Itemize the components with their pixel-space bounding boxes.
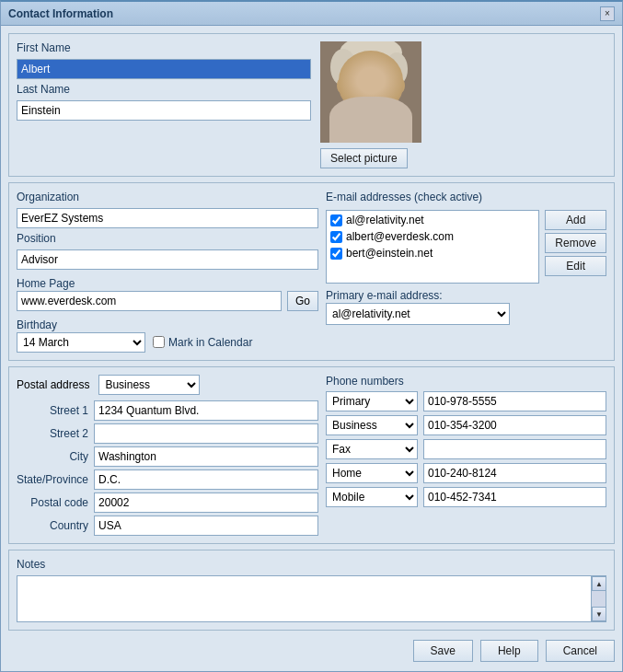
svg-point-15	[396, 78, 405, 93]
notes-section: Notes ▲ ▼	[8, 550, 615, 631]
phone-row-primary: Primary	[326, 391, 606, 411]
phone-number-1[interactable]	[423, 391, 606, 411]
notes-label: Notes	[17, 558, 606, 571]
window-title: Contact Information	[8, 7, 113, 20]
address-header: Postal address Business Home Other	[17, 375, 318, 395]
svg-rect-13	[352, 124, 389, 143]
add-email-button[interactable]: Add	[545, 210, 606, 230]
position-label: Position	[17, 232, 318, 245]
birthday-select[interactable]: 14 March	[17, 332, 145, 353]
email-checkbox-2[interactable]	[330, 231, 342, 243]
mark-calendar-checkbox[interactable]	[153, 336, 165, 348]
street1-input[interactable]	[94, 400, 318, 421]
primary-email-select[interactable]: al@relativity.net albert@everdesk.com be…	[326, 303, 510, 325]
svg-point-5	[354, 78, 365, 86]
last-name-label: Last Name	[17, 83, 311, 96]
svg-point-8	[379, 79, 385, 85]
scroll-up-arrow[interactable]: ▲	[592, 576, 606, 591]
left-middle: Organization Position Home Page Go Birth…	[17, 191, 318, 353]
email-checkbox-1[interactable]	[330, 214, 342, 226]
contact-photo	[320, 41, 421, 143]
email-checkbox-3[interactable]	[330, 248, 342, 260]
address-grid: Street 1 Street 2 City State/Province Po…	[17, 400, 318, 536]
phone-grid: Primary Business Fax	[326, 391, 606, 507]
svg-point-10	[382, 80, 384, 82]
state-label: State/Province	[17, 473, 88, 486]
country-label: Country	[17, 519, 88, 532]
first-name-input[interactable]	[17, 59, 311, 79]
svg-point-11	[351, 102, 391, 121]
postal-label: Postal code	[17, 496, 88, 509]
postal-input[interactable]	[94, 492, 318, 513]
notes-scrollbar[interactable]: ▲ ▼	[591, 576, 606, 621]
remove-email-button[interactable]: Remove	[545, 233, 606, 253]
left-address: Postal address Business Home Other Stree…	[17, 375, 318, 536]
phone-row-mobile: Mobile	[326, 487, 606, 507]
phone-type-select-5[interactable]: Mobile	[326, 487, 418, 507]
svg-point-6	[376, 78, 387, 86]
svg-point-1	[341, 47, 400, 113]
phone-number-3[interactable]	[423, 439, 606, 459]
org-input[interactable]	[17, 208, 318, 228]
svg-point-14	[337, 78, 346, 93]
phone-type-select-1[interactable]: Primary	[326, 391, 418, 411]
phone-row-home: Home	[326, 463, 606, 483]
phone-row-fax: Fax	[326, 439, 606, 459]
phone-number-5[interactable]	[423, 487, 606, 507]
city-input[interactable]	[94, 446, 318, 467]
email-address-2[interactable]: albert@everdesk.com	[346, 230, 454, 243]
mark-calendar-label: Mark in Calendar	[153, 336, 252, 349]
email-buttons: Add Remove Edit	[545, 210, 606, 284]
save-button[interactable]: Save	[413, 640, 473, 662]
email-list: al@relativity.net albert@everdesk.com be…	[326, 210, 539, 284]
svg-point-3	[330, 49, 356, 86]
org-label: Organization	[17, 191, 318, 203]
right-address: Phone numbers Primary Business	[326, 375, 606, 536]
contact-information-window: Contact Information × First Name Last Na…	[0, 0, 623, 672]
email-item-1: al@relativity.net	[329, 213, 536, 227]
email-item-3: bert@einstein.net	[329, 246, 536, 261]
state-input[interactable]	[94, 469, 318, 490]
phone-row-business: Business	[326, 415, 606, 435]
position-input[interactable]	[17, 249, 318, 270]
top-section: First Name Last Name	[8, 33, 615, 177]
phone-number-2[interactable]	[423, 415, 606, 435]
address-type-select[interactable]: Business Home Other	[98, 375, 200, 395]
middle-section: Organization Position Home Page Go Birth…	[8, 182, 615, 361]
country-input[interactable]	[94, 516, 318, 536]
street2-label: Street 2	[17, 427, 88, 440]
select-picture-button[interactable]: Select picture	[320, 148, 408, 168]
homepage-row: Go	[17, 291, 318, 311]
last-name-input[interactable]	[17, 100, 311, 121]
postal-address-label: Postal address	[17, 378, 89, 391]
street2-input[interactable]	[94, 423, 318, 444]
go-button[interactable]: Go	[287, 291, 318, 311]
help-button[interactable]: Help	[480, 640, 538, 662]
svg-rect-12	[334, 129, 408, 143]
edit-email-button[interactable]: Edit	[545, 256, 606, 276]
close-button[interactable]: ×	[600, 6, 615, 21]
name-fields: First Name Last Name	[17, 41, 311, 168]
phone-type-select-3[interactable]: Fax	[326, 439, 418, 459]
scroll-down-arrow[interactable]: ▼	[592, 607, 606, 621]
main-content: First Name Last Name	[1, 26, 622, 671]
phone-type-select-4[interactable]: Home	[326, 463, 418, 483]
notes-area[interactable]: ▲ ▼	[17, 575, 606, 622]
svg-point-9	[360, 80, 362, 82]
email-address-3[interactable]: bert@einstein.net	[346, 247, 433, 260]
svg-point-7	[357, 79, 363, 85]
homepage-label: Home Page	[17, 277, 318, 290]
email-item-2: albert@everdesk.com	[329, 229, 536, 244]
phone-type-select-2[interactable]: Business	[326, 415, 418, 435]
email-address-1[interactable]: al@relativity.net	[346, 214, 424, 226]
address-section: Postal address Business Home Other Stree…	[8, 366, 615, 544]
homepage-input[interactable]	[17, 291, 282, 311]
svg-point-4	[386, 52, 408, 86]
cancel-button[interactable]: Cancel	[546, 640, 615, 662]
right-middle: E-mail addresses (check active) al@relat…	[326, 191, 606, 353]
first-name-label: First Name	[17, 41, 311, 54]
phone-number-4[interactable]	[423, 463, 606, 483]
street1-label: Street 1	[17, 404, 88, 417]
phone-section-label: Phone numbers	[326, 375, 606, 388]
birthday-row: 14 March Mark in Calendar	[17, 332, 318, 353]
